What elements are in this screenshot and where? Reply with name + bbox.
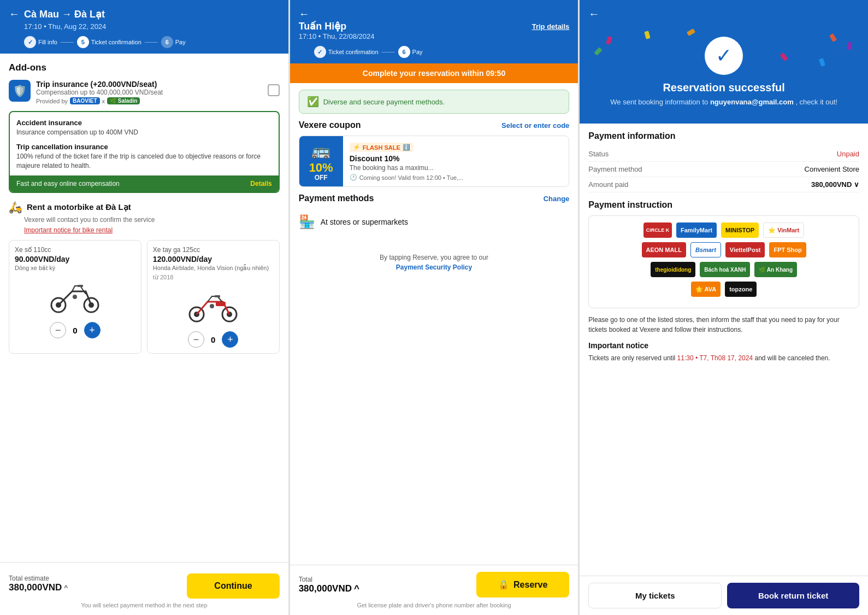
status-value: Unpaid — [837, 150, 859, 158]
success-title: Reservation successful — [663, 81, 784, 94]
panel2-header: ← Tuấn Hiệp Trip details 17:10 • Thu, 22… — [290, 0, 578, 63]
payment-method-text: At stores or supermarkets — [321, 218, 408, 226]
insurance-checkbox[interactable] — [268, 84, 280, 96]
select-code-link[interactable]: Select or enter code — [501, 121, 569, 130]
bike2-stepper: − 0 + — [153, 331, 274, 348]
progress-bar: ✓ Fill info —— 5 Ticket confirmation —— … — [24, 36, 280, 48]
coupon-card[interactable]: 🚌 10% OFF ⚡ FLASH SALE ℹ️ Discount 10% T… — [299, 136, 570, 187]
bike-desc: Vexere will contact you to confirm the s… — [24, 216, 280, 224]
bike2-increment[interactable]: + — [222, 331, 238, 348]
agree-prefix: By tapping Reserve, you agree to our — [380, 254, 488, 261]
bike1-count: 0 — [73, 326, 77, 335]
payment-header: Payment methods Change — [299, 194, 570, 203]
step3-label: Pay — [175, 39, 186, 45]
ins-brands: Provided by BAOVIET x 🌿 Saladin — [36, 97, 163, 104]
ins-desc: Compensation up to 400,000,000 VND/seat — [36, 89, 163, 96]
bike2-decrement[interactable]: − — [188, 331, 204, 348]
coupon-valid-text: Coming soon! Valid from 12:00 • Tue,... — [359, 174, 464, 181]
panel1-header: ← Cà Mau → Đà Lạt 17:10 • Thu, Aug 22, 2… — [0, 0, 288, 54]
bike2-year: từ 2018 — [153, 274, 274, 281]
bike-header: 🛵 Rent a motorbike at Đà Lạt — [9, 201, 280, 214]
p2-step2-circle: 6 — [398, 46, 410, 58]
bike1-note: Dòng xe bất kỳ — [15, 265, 135, 272]
panel3-back-icon[interactable]: ← — [588, 8, 599, 20]
change-payment-link[interactable]: Change — [544, 195, 570, 203]
bike-card-1: Xe số 110cc 90.000VND/day Dòng xe bất kỳ — [9, 240, 141, 354]
back-arrow-icon[interactable]: ← — [9, 8, 20, 20]
success-hero: ✓ Reservation successful We sent booking… — [580, 26, 868, 124]
insurance-text: Trip insurance (+20.000VND/seat) Compens… — [36, 80, 163, 104]
panel2-footer: Total 380,000VND ^ 🔒 Reserve Get license… — [290, 565, 578, 615]
bike2-image — [153, 284, 274, 328]
bike-cards: Xe số 110cc 90.000VND/day Dòng xe bất kỳ — [9, 240, 280, 354]
p2-total-amount: 380,000VND ^ — [299, 583, 359, 594]
bike-notice-link[interactable]: Important notice for bike rental — [24, 226, 113, 234]
topzone-logo: topzone — [725, 282, 757, 297]
coupon-valid: 🕐 Coming soon! Valid from 12:00 • Tue,..… — [350, 174, 563, 181]
p2-total-label: Total — [299, 576, 359, 583]
bike1-decrement[interactable]: − — [50, 322, 66, 338]
details-link[interactable]: Details — [250, 180, 271, 188]
notice-prefix: Tickets are only reserved until — [588, 354, 675, 362]
step2-label: Ticket confirmation — [91, 39, 141, 45]
bike2-svg — [186, 290, 240, 323]
bike1-svg — [48, 280, 102, 313]
amount-row: Amount paid 380,000VND ∨ — [588, 177, 859, 192]
store-building-icon: 🏪 — [299, 214, 315, 230]
shield-check-icon: ✅ — [307, 96, 319, 108]
svg-point-5 — [73, 295, 77, 299]
continue-button[interactable]: Continue — [187, 573, 279, 599]
coupon-info: ⚡ FLASH SALE ℹ️ Discount 10% The booking… — [343, 136, 569, 186]
footer-text: Fast and easy online compensation — [16, 180, 120, 188]
trip-details-link[interactable]: Trip details — [532, 22, 570, 31]
total-amount: 380,000VND ^ — [9, 582, 68, 593]
saladin-brand: 🌿 Saladin — [107, 97, 140, 104]
panel3-body: Payment information Status Unpaid Paymen… — [580, 124, 868, 576]
fpt-logo: FPT Shop — [769, 242, 806, 257]
bachhoaxanh-logo: Bách hoá XANH — [700, 262, 750, 277]
email-address: nguyenvana@gmail.com — [710, 98, 794, 106]
cancellation-title: Trip cancellation insurance — [16, 143, 272, 151]
clock-icon: 🕐 — [350, 174, 357, 181]
cancellation-insurance: Trip cancellation insurance 100% refund … — [16, 143, 272, 171]
panel1-footer: Total estimate 380,000VND ^ Continue You… — [0, 562, 288, 615]
panel-2: ← Tuấn Hiệp Trip details 17:10 • Thu, 22… — [290, 0, 578, 615]
success-email-text: We sent booking information to nguyenvan… — [610, 97, 837, 107]
email-suffix: , check it out! — [795, 98, 837, 106]
ankhanh-logo: 🌿 An Khang — [754, 262, 797, 277]
bike2-note: Honda Airblade, Honda Vision (ngẫu nhiên… — [153, 265, 274, 272]
accident-title: Accident insurance — [16, 119, 272, 127]
insurance-icon: 🛡️ — [9, 80, 31, 102]
panel-1: ← Cà Mau → Đà Lạt 17:10 • Thu, Aug 22, 2… — [0, 0, 288, 615]
panel2-progress: ✓ Ticket confirmation —— 6 Pay — [314, 46, 570, 58]
bike1-type: Xe số 110cc — [15, 246, 135, 254]
policy-link[interactable]: Payment Security Policy — [396, 263, 472, 271]
my-tickets-button[interactable]: My tickets — [588, 583, 722, 608]
reserve-button[interactable]: 🔒 Reserve — [476, 572, 569, 598]
panel2-back-icon[interactable]: ← — [299, 8, 310, 20]
bike1-increment[interactable]: + — [84, 322, 101, 338]
accident-desc: Insurance compensation up to 400M VND — [16, 128, 272, 137]
p2-step2-label: Pay — [412, 49, 423, 55]
agree-text: By tapping Reserve, you agree to our Pay… — [299, 253, 570, 272]
info-icon: ℹ️ — [403, 144, 410, 151]
important-notice-text: Tickets are only reserved until 11:30 • … — [588, 353, 859, 363]
p2-amount-value: 380,000VND — [299, 583, 352, 594]
bike1-price: 90.000VND/day — [15, 255, 135, 263]
panel1-route-title: Cà Mau → Đà Lạt — [24, 8, 105, 20]
familymart-logo: FamilyMart — [676, 222, 717, 238]
step1-label: Fill info — [38, 39, 57, 45]
addons-title: Add-ons — [9, 62, 280, 73]
lightning-icon: ⚡ — [353, 144, 361, 151]
payment-instruction-title: Payment instruction — [588, 200, 859, 210]
step-ticket-confirm: 5 Ticket confirmation — [77, 36, 141, 48]
coupon-image-box: 🚌 10% OFF — [299, 136, 343, 186]
p2-step1-label: Ticket confirmation — [328, 49, 379, 55]
step-fill-info: ✓ Fill info — [24, 36, 57, 48]
status-row: Status Unpaid — [588, 147, 859, 162]
p2-step-ticket: ✓ Ticket confirmation — [314, 46, 379, 58]
stores-row-4: 🌟 AVA topzone — [595, 282, 852, 297]
book-return-button[interactable]: Book return ticket — [727, 583, 859, 608]
stores-grid: CIRCLE K FamilyMart MINISTOP ⭐ VinMart A… — [588, 215, 859, 308]
bike-title: Rent a motorbike at Đà Lạt — [27, 202, 131, 212]
